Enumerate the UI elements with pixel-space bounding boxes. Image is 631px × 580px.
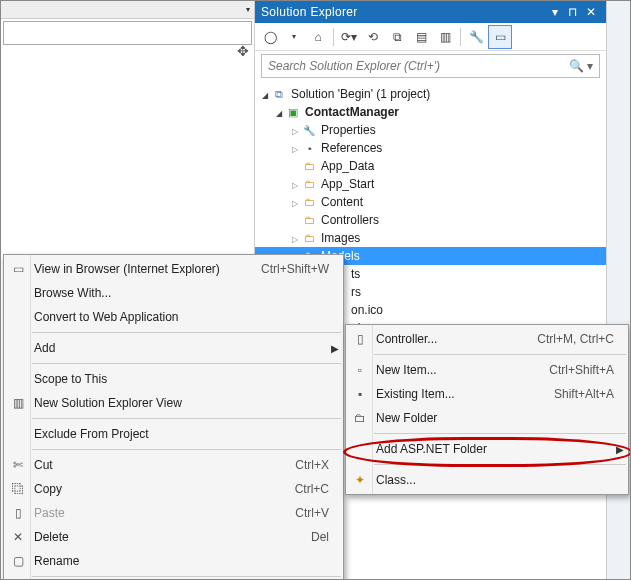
- context-menu-main: ▭View in Browser (Internet Explorer)Ctrl…: [3, 254, 344, 580]
- solution-explorer-search[interactable]: 🔍 ▾: [261, 54, 600, 78]
- menu-scope-to-this[interactable]: Scope to This: [4, 367, 343, 391]
- dropdown-icon[interactable]: ▾: [246, 5, 250, 14]
- menu-add-aspnet-folder[interactable]: Add ASP.NET Folder▶: [346, 437, 628, 461]
- tree-folder-appdata[interactable]: App_Data: [255, 157, 606, 175]
- left-docked-area: ▾: [1, 1, 254, 51]
- solution-icon: [271, 86, 287, 102]
- folder-icon: [301, 176, 317, 192]
- search-icon[interactable]: 🔍 ▾: [569, 59, 593, 73]
- menu-copy[interactable]: ⿻CopyCtrl+C: [4, 477, 343, 501]
- menu-add-existing-item[interactable]: ▪Existing Item...Shift+Alt+A: [346, 382, 628, 406]
- tree-solution-node[interactable]: Solution 'Begin' (1 project): [255, 85, 606, 103]
- wrench-icon: [301, 122, 317, 138]
- references-icon: [301, 140, 317, 156]
- menu-add-controller[interactable]: ▯Controller...Ctrl+M, Ctrl+C: [346, 327, 628, 351]
- folder-icon: [301, 212, 317, 228]
- view-code-icon[interactable]: ▭: [489, 26, 511, 48]
- solution-explorer-titlebar[interactable]: Solution Explorer ▾ ⊓ ✕: [255, 1, 606, 23]
- forward-icon[interactable]: ▾: [283, 26, 305, 48]
- tree-folder-controllers[interactable]: Controllers: [255, 211, 606, 229]
- tree-folder-appstart[interactable]: App_Start: [255, 175, 606, 193]
- home-icon[interactable]: ⌂: [307, 26, 329, 48]
- menu-view-in-browser[interactable]: ▭View in Browser (Internet Explorer)Ctrl…: [4, 257, 343, 281]
- tree-project-node[interactable]: ContactManager: [255, 103, 606, 121]
- menu-paste: ▯PasteCtrl+V: [4, 501, 343, 525]
- menu-exclude[interactable]: Exclude From Project: [4, 422, 343, 446]
- properties-label: Properties: [321, 123, 376, 137]
- properties-icon[interactable]: 🔧: [465, 26, 487, 48]
- tree-folder-images[interactable]: Images: [255, 229, 606, 247]
- menu-add-new-folder[interactable]: 🗀New Folder: [346, 406, 628, 430]
- close-icon[interactable]: ✕: [582, 5, 600, 19]
- paste-icon: ▯: [9, 506, 27, 520]
- pin-icon[interactable]: ⊓: [564, 5, 582, 19]
- menu-add[interactable]: Add▶: [4, 336, 343, 360]
- browser-icon: ▭: [9, 262, 27, 276]
- menu-add-new-item[interactable]: ▫New Item...Ctrl+Shift+A: [346, 358, 628, 382]
- splitter-handle-icon[interactable]: ✥: [237, 43, 249, 59]
- copy-icon: ⿻: [9, 482, 27, 496]
- context-menu-add: ▯Controller...Ctrl+M, Ctrl+C ▫New Item..…: [345, 324, 629, 495]
- tree-folder-content[interactable]: Content: [255, 193, 606, 211]
- menu-convert-webapp[interactable]: Convert to Web Application: [4, 305, 343, 329]
- solution-explorer-toolbar: ◯ ▾ ⌂ ⟳▾ ⟲ ⧉ ▤ ▥ 🔧 ▭: [255, 23, 606, 51]
- new-folder-icon: 🗀: [351, 411, 369, 425]
- folder-icon: [301, 194, 317, 210]
- panel-title: Solution Explorer: [261, 5, 357, 19]
- show-all-icon[interactable]: ▤: [410, 26, 432, 48]
- project-icon: [285, 104, 301, 120]
- left-mini-toolbar: ▾: [1, 1, 254, 19]
- menu-add-class[interactable]: ✦Class...: [346, 468, 628, 492]
- rename-icon: ▢: [9, 554, 27, 568]
- sync-icon[interactable]: ⟳▾: [338, 26, 360, 48]
- menu-delete[interactable]: ✕DeleteDel: [4, 525, 343, 549]
- submenu-arrow-icon: ▶: [331, 343, 339, 354]
- explorer-view-icon: ▥: [9, 396, 27, 410]
- window-menu-icon[interactable]: ▾: [546, 5, 564, 19]
- back-icon[interactable]: ◯: [259, 26, 281, 48]
- menu-new-explorer-view[interactable]: ▥New Solution Explorer View: [4, 391, 343, 415]
- tree-properties-node[interactable]: Properties: [255, 121, 606, 139]
- menu-cut[interactable]: ✄CutCtrl+X: [4, 453, 343, 477]
- solution-label: Solution 'Begin' (1 project): [291, 87, 430, 101]
- menu-rename[interactable]: ▢Rename: [4, 549, 343, 573]
- references-label: References: [321, 141, 382, 155]
- menu-browse-with[interactable]: Browse With...: [4, 281, 343, 305]
- folder-icon: [301, 158, 317, 174]
- refresh-icon[interactable]: ⟲: [362, 26, 384, 48]
- controller-icon: ▯: [351, 332, 369, 346]
- existing-item-icon: ▪: [351, 387, 369, 401]
- collapse-icon[interactable]: ⧉: [386, 26, 408, 48]
- tree-references-node[interactable]: References: [255, 139, 606, 157]
- preview-icon[interactable]: ▥: [434, 26, 456, 48]
- project-label: ContactManager: [305, 105, 399, 119]
- search-input[interactable]: [268, 59, 569, 73]
- delete-icon: ✕: [9, 530, 27, 544]
- submenu-arrow-icon: ▶: [616, 444, 624, 455]
- class-icon: ✦: [351, 473, 369, 487]
- new-item-icon: ▫: [351, 363, 369, 377]
- folder-icon: [301, 230, 317, 246]
- cut-icon: ✄: [9, 458, 27, 472]
- left-editor-box[interactable]: [3, 21, 252, 45]
